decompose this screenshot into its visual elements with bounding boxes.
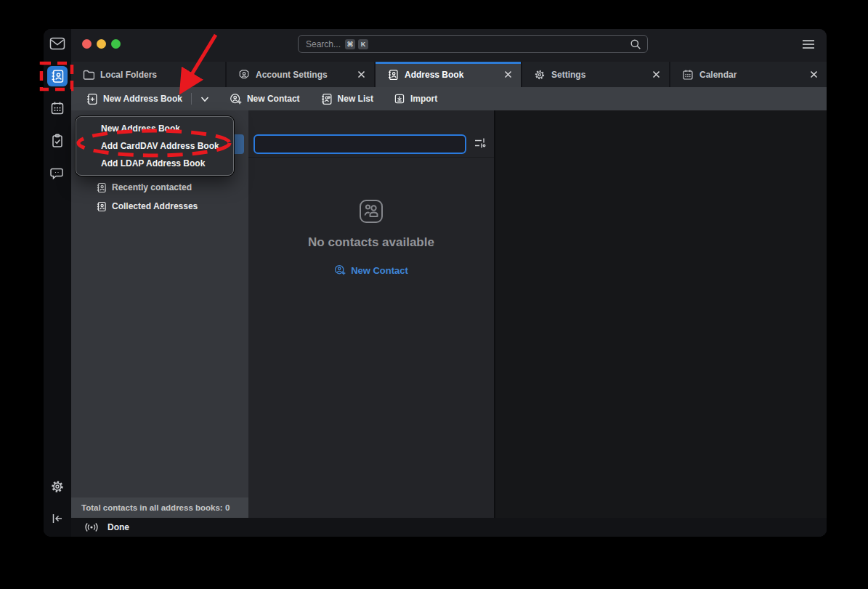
total-contacts-text: Total contacts in all address books: 0 [81,503,230,512]
app-window: ⌘ K Local Folders [44,29,827,537]
space-calendar-button[interactable] [47,98,68,118]
zoom-window-button[interactable] [111,39,121,49]
display-options-icon[interactable] [474,137,487,149]
calendar-icon [682,69,694,81]
chat-icon [50,167,65,180]
collapse-spaces-button[interactable] [47,508,68,529]
gear-icon [50,479,65,494]
space-mail-button[interactable] [47,33,68,54]
new-contact-button[interactable]: New Contact [227,89,303,108]
app-menu-button[interactable] [801,38,816,50]
new-contact-link[interactable]: New Contact [334,264,408,276]
close-tab-icon[interactable] [357,70,365,78]
global-search-bar[interactable]: ⌘ K [298,35,648,53]
tab-address-book[interactable]: Address Book [376,62,521,87]
close-tab-icon[interactable] [504,70,512,78]
book-plus-icon [86,93,98,105]
import-label: Import [410,94,437,104]
address-book-icon [96,182,107,193]
close-tab-icon[interactable] [810,70,818,78]
new-address-book-button[interactable]: New Address Book [83,89,185,108]
tab-bar: Local Folders Account Settings [71,62,827,87]
tasks-icon [50,134,65,148]
address-book-icon [387,69,399,81]
chevron-down-icon [200,96,209,102]
new-list-button[interactable]: New List [317,89,376,108]
tab-label: Account Settings [256,70,344,80]
empty-contacts-state: No contacts available New Contact [248,198,494,276]
gear-icon [534,69,545,81]
sidebar-item-label: Recently contacted [112,182,192,192]
tab-label: Address Book [405,70,491,80]
spaces-toolbar [44,29,71,537]
new-contact-label: New Contact [247,94,300,104]
contacts-placeholder-icon [357,198,385,225]
menu-item-add-ldap-address-book[interactable]: Add LDAP Address Book [76,155,233,172]
list-people-icon [320,93,333,105]
close-tab-icon[interactable] [652,70,660,78]
space-address-book-button[interactable] [47,66,68,86]
space-tasks-button[interactable] [47,131,68,151]
list-header-divider [248,157,494,158]
new-address-book-label: New Address Book [103,94,182,104]
status-bar: Done [71,518,827,537]
search-shortcut-badges: ⌘ K [345,39,371,49]
contacts-search-input[interactable] [255,136,465,153]
sidebar-item-collected-addresses[interactable]: Collected Addresses [89,197,244,216]
tab-local-folders[interactable]: Local Folders [71,62,225,87]
total-contacts-footer: Total contacts in all address books: 0 [71,497,248,518]
activity-broadcast-icon[interactable] [84,521,99,533]
space-chat-button[interactable] [47,163,68,184]
collapse-icon [50,511,65,526]
person-plus-icon [334,264,346,276]
tab-account-settings[interactable]: Account Settings [227,62,374,87]
import-icon [394,93,405,105]
address-book-icon [50,69,65,84]
folder-icon [83,70,94,80]
minimize-window-button[interactable] [97,39,106,49]
tab-settings[interactable]: Settings [522,62,669,87]
address-book-icon [96,201,107,212]
new-contact-link-label: New Contact [351,265,408,276]
menu-item-add-carddav-address-book[interactable]: Add CardDAV Address Book [76,137,233,155]
person-plus-icon [230,93,242,105]
new-list-label: New List [338,94,373,104]
tab-label: Settings [551,70,639,80]
account-icon [238,69,250,81]
tab-label: Calendar [699,70,797,80]
titlebar: ⌘ K [71,29,827,62]
contacts-list-pane: No contacts available New Contact [248,110,495,518]
contact-details-pane [495,110,827,518]
space-settings-button[interactable] [47,476,68,497]
address-book-toolbar: New Address Book New Contact [71,87,827,110]
calendar-icon [50,101,65,115]
empty-state-title: No contacts available [308,235,434,250]
close-window-button[interactable] [82,39,92,49]
command-key-badge: ⌘ [345,39,355,49]
k-key-badge: K [358,39,368,49]
tab-calendar[interactable]: Calendar [670,62,827,87]
sidebar-item-recently-contacted[interactable]: Recently contacted [89,178,244,197]
toolbar-divider [191,93,192,105]
import-button[interactable]: Import [391,89,440,108]
search-icon [630,38,641,50]
contacts-search-field[interactable] [253,134,466,154]
tab-label: Local Folders [100,70,216,80]
mail-icon [49,37,65,50]
new-address-book-dropdown-toggle[interactable] [198,96,212,102]
status-text: Done [108,522,129,532]
menu-item-new-address-book[interactable]: New Address Book [76,120,233,137]
new-address-book-dropdown-menu: New Address Book Add CardDAV Address Boo… [76,116,234,176]
sidebar-item-label: Collected Addresses [112,201,198,211]
